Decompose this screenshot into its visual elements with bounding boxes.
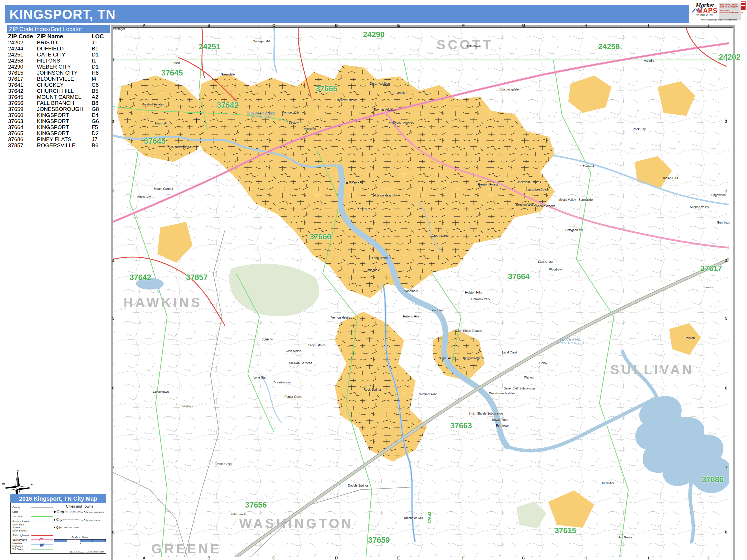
- brand: Market MAPS On Target. On Time.: [691, 3, 719, 16]
- legend-item-label: Secondary Streets: [12, 523, 31, 529]
- contact-line: mapsales@MarketMAPS.com: [720, 11, 741, 14]
- zip-loc-cell: F5: [92, 124, 109, 130]
- zip-index-row: 37663 KINGSPORT G6: [7, 118, 110, 124]
- grid-letter: A: [143, 23, 146, 28]
- zip-name-cell: BLOUNTVILLE: [37, 76, 92, 82]
- zip-code-cell: 24258: [7, 58, 37, 64]
- city-dot-icon: [54, 511, 56, 513]
- scale-bar: [54, 539, 106, 542]
- legend-item-symbol: [31, 535, 53, 536]
- zip-index-panel: ZIP Code Index/Grid Locator ZIP Code ZIP…: [7, 25, 110, 148]
- legend-item-symbol: [31, 549, 53, 550]
- zip-index-rows: 24202 BRISTOL J1 24244 DUFFIELD B1 24251…: [7, 39, 110, 148]
- city-class-range: Cities 5,000 - 24,999: [89, 511, 104, 513]
- zip-index-row: 37660 KINGSPORT E4: [7, 112, 110, 118]
- grid-letter: F: [462, 23, 465, 28]
- legend-item-label: State: [12, 510, 31, 513]
- legend-line-item: Toll Roads: [12, 547, 53, 552]
- zip-code-cell: 37857: [7, 142, 37, 148]
- grid-letter: E: [397, 23, 400, 28]
- zip-name-cell: KINGSPORT: [37, 130, 92, 136]
- zip-index-row: 24258 HILTONS I1: [7, 58, 110, 64]
- compass-n: N: [17, 470, 19, 473]
- zip-code-cell: 37642: [7, 88, 37, 94]
- zip-name-cell: WEBER CITY: [37, 64, 92, 70]
- grid-letter: D: [335, 23, 338, 28]
- legend-line-item: State: [12, 510, 53, 514]
- zip-loc-cell: H8: [92, 70, 109, 76]
- legend-item-label: County: [12, 506, 31, 509]
- zip-index-column-header: ZIP Code ZIP Name LOC: [7, 33, 110, 39]
- market-maps-logo: Market MAPS On Target. On Time. CALL US …: [691, 1, 746, 23]
- grid-letter: G: [522, 23, 525, 28]
- legend-item-label: State Highways: [12, 534, 31, 537]
- city-class-label: City: [56, 510, 64, 514]
- legend-line-item: County: [12, 505, 53, 510]
- zip-name-cell: CHURCH HILL: [37, 88, 92, 94]
- legend-cities: Cities and Towns City Cities 100,000 and…: [54, 504, 105, 534]
- zip-loc-cell: J7: [92, 136, 109, 142]
- legend-item-symbol: [31, 512, 53, 512]
- city-class-range: Cities 50,000 - 99,999: [63, 519, 79, 521]
- zip-loc-cell: D1: [92, 64, 109, 70]
- legend-title: 2016 Kingsport, TN City Map: [10, 494, 106, 503]
- city-dot-icon: [82, 512, 83, 513]
- compass-w: W: [2, 483, 5, 486]
- city-class-range: Cities 100,000 and Above: [65, 511, 83, 513]
- city-class-entry: City Cities 50,000 - 99,999: [54, 518, 79, 522]
- legend-body: County State ZIP Code Primary St: [10, 503, 106, 554]
- map-poster-page: KINGSPORT, TN Market MAPS On Target. On …: [0, 0, 747, 560]
- zip-name-cell: PINEY FLATS: [37, 136, 92, 142]
- legend-item-symbol: [31, 516, 53, 517]
- contact-line: CALL US TOLL FREE!: [720, 4, 741, 6]
- city-class-entry: City Cities 0 - 4,999: [82, 519, 100, 522]
- zip-loc-cell: B8: [92, 100, 109, 106]
- zip-loc-cell: I1: [92, 58, 109, 64]
- zip-loc-cell: A2: [92, 94, 109, 100]
- zip-loc-cell: G6: [92, 118, 109, 124]
- scale-bar-block: Scale in Miles 0 .5 1: [54, 535, 106, 545]
- grid-letter: C: [272, 23, 275, 28]
- zip-loc-cell: B6: [92, 142, 109, 148]
- page-title-bar: KINGSPORT, TN: [5, 5, 689, 23]
- zip-name-cell: JOHNSON CITY: [37, 70, 92, 76]
- contact-box: CALL US TOLL FREE! 1-888-434-MAPS (6277)…: [719, 3, 741, 20]
- zip-loc-cell: B5: [92, 88, 109, 94]
- zip-index-row: 37617 BLOUNTVILLE I4: [7, 76, 110, 82]
- zip-name-cell: KINGSPORT: [37, 124, 92, 130]
- zip-index-row: 37686 PINEY FLATS J7: [7, 136, 110, 142]
- zip-code-cell: 37686: [7, 136, 37, 142]
- legend-item-symbol: [31, 521, 53, 522]
- zip-name-cell: FALL BRANCH: [37, 100, 92, 106]
- zip-loc-cell: I4: [92, 76, 109, 82]
- legend-copyright: 2016 MarketMaps.com, Inc. 1-888-434-MAPS…: [70, 551, 104, 553]
- scale-ticks: 0 .5 1: [54, 542, 106, 545]
- scale-title: Scale in Miles: [54, 535, 106, 539]
- zip-name-cell: KINGSPORT: [37, 118, 92, 124]
- zip-index-row: 37615 JOHNSON CITY H8: [7, 70, 110, 76]
- zip-code-cell: 37664: [7, 124, 37, 130]
- contact-line: 1-888-434-MAPS (6277): [720, 6, 741, 8]
- zip-code-cell: 37656: [7, 100, 37, 106]
- zip-loc-cell: J1: [92, 39, 109, 46]
- legend-line-item: Secondary Streets: [12, 524, 53, 528]
- zip-name-cell: KINGSPORT: [37, 112, 92, 118]
- zip-index-row: 24290 WEBER CITY D1: [7, 64, 110, 70]
- legend-item-label: Interstate Highways: [12, 542, 31, 548]
- grid-letter: I: [648, 23, 649, 28]
- zip-code-cell: 24290: [7, 64, 37, 70]
- city-dot-icon: [54, 519, 55, 521]
- legend-line-items: County State ZIP Code Primary St: [12, 505, 53, 552]
- zip-loc-cell: B1: [92, 46, 109, 52]
- zip-index-row: 37665 KINGSPORT D2: [7, 130, 110, 136]
- zip-code-cell: 37663: [7, 118, 37, 124]
- zip-code-cell: 37641: [7, 82, 37, 88]
- grid-letter: H: [585, 23, 587, 28]
- city-class-range: Cities 0 - 4,999: [89, 519, 100, 521]
- zip-name-cell: CHUCKEY: [37, 82, 92, 88]
- zip-loc-cell: E4: [92, 112, 109, 118]
- legend-item-label: Primary Streets: [12, 520, 31, 523]
- zip-index-header: ZIP Code Index/Grid Locator: [7, 25, 110, 33]
- legend-line-item: ZIP Code: [12, 514, 53, 519]
- zip-code-cell: 37660: [7, 112, 37, 118]
